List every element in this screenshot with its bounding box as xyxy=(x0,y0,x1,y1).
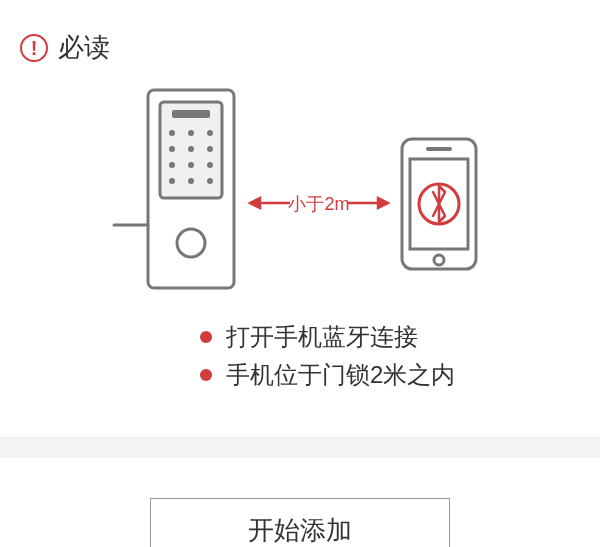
svg-point-15 xyxy=(177,229,205,257)
svg-point-23 xyxy=(434,255,444,265)
svg-point-9 xyxy=(169,162,175,168)
svg-point-4 xyxy=(188,130,194,136)
svg-point-12 xyxy=(169,178,175,184)
list-item: 打开手机蓝牙连接 xyxy=(200,321,580,353)
svg-marker-18 xyxy=(250,198,260,208)
svg-point-8 xyxy=(207,146,213,152)
bullet-icon xyxy=(200,369,212,381)
button-label: 开始添加 xyxy=(248,513,352,548)
start-add-button[interactable]: 开始添加 xyxy=(150,498,450,547)
svg-point-6 xyxy=(169,146,175,152)
card-header: ! 必读 xyxy=(20,30,580,65)
list-item: 手机位于门锁2米之内 xyxy=(200,359,580,391)
distance-label: 小于2m xyxy=(288,194,349,214)
svg-marker-20 xyxy=(378,198,388,208)
card-title: 必读 xyxy=(58,30,110,65)
svg-point-7 xyxy=(188,146,194,152)
button-area: 开始添加 xyxy=(0,458,600,547)
svg-rect-24 xyxy=(426,147,452,151)
bullet-icon xyxy=(200,331,212,343)
alert-icon: ! xyxy=(20,34,48,62)
svg-point-5 xyxy=(207,130,213,136)
instruction-card: ! 必读 xyxy=(0,0,600,438)
instruction-list: 打开手机蓝牙连接 手机位于门锁2米之内 xyxy=(200,321,580,391)
svg-point-10 xyxy=(188,162,194,168)
list-item-label: 手机位于门锁2米之内 xyxy=(226,359,455,391)
svg-point-13 xyxy=(188,178,194,184)
svg-point-11 xyxy=(207,162,213,168)
svg-point-3 xyxy=(169,130,175,136)
pairing-illustration: 小于2m xyxy=(20,75,580,315)
list-item-label: 打开手机蓝牙连接 xyxy=(226,321,418,353)
svg-rect-2 xyxy=(172,110,210,118)
svg-point-14 xyxy=(207,178,213,184)
